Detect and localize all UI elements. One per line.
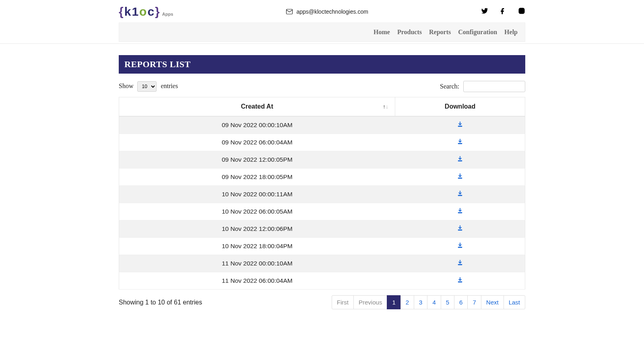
logo[interactable]: {k1oc}Apps xyxy=(119,5,173,19)
download-icon[interactable] xyxy=(457,191,463,196)
svg-rect-11 xyxy=(458,247,462,248)
svg-rect-6 xyxy=(458,160,462,162)
page-7[interactable]: 7 xyxy=(467,295,481,309)
length-control: Show 10 entries xyxy=(119,81,178,92)
svg-rect-9 xyxy=(458,212,462,214)
svg-rect-10 xyxy=(458,230,462,231)
table-row: 09 Nov 2022 12:00:05PM xyxy=(119,151,525,169)
table-row: 11 Nov 2022 06:00:04AM xyxy=(119,272,525,290)
cell-created-at: 10 Nov 2022 18:00:04PM xyxy=(119,238,395,255)
svg-rect-4 xyxy=(458,126,462,127)
svg-point-2 xyxy=(520,10,523,12)
page-first: First xyxy=(332,295,354,309)
nav-configuration[interactable]: Configuration xyxy=(458,29,497,36)
download-icon[interactable] xyxy=(457,156,463,162)
search-label: Search: xyxy=(440,83,459,90)
envelope-icon xyxy=(286,8,293,15)
page-last[interactable]: Last xyxy=(504,295,525,309)
table-row: 11 Nov 2022 00:00:10AM xyxy=(119,255,525,272)
table-row: 10 Nov 2022 00:00:11AM xyxy=(119,186,525,203)
show-prefix: Show xyxy=(119,82,133,89)
search-control: Search: xyxy=(440,81,525,92)
page-2[interactable]: 2 xyxy=(400,295,414,309)
download-icon[interactable] xyxy=(457,139,463,144)
column-download[interactable]: Download xyxy=(395,97,525,117)
page-6[interactable]: 6 xyxy=(454,295,468,309)
nav-products[interactable]: Products xyxy=(397,29,422,36)
svg-point-3 xyxy=(523,9,524,10)
svg-rect-8 xyxy=(458,195,462,196)
download-icon[interactable] xyxy=(457,277,463,283)
column-created-at[interactable]: Created At ↑↓ xyxy=(119,97,395,117)
page-next[interactable]: Next xyxy=(481,295,504,309)
table-row: 09 Nov 2022 18:00:05PM xyxy=(119,169,525,186)
table-row: 09 Nov 2022 06:00:04AM xyxy=(119,134,525,151)
cell-created-at: 11 Nov 2022 00:00:10AM xyxy=(119,255,395,272)
sort-icon: ↑↓ xyxy=(383,103,388,110)
page-3[interactable]: 3 xyxy=(414,295,427,309)
page-5[interactable]: 5 xyxy=(441,295,454,309)
download-icon[interactable] xyxy=(457,243,463,248)
show-suffix: entries xyxy=(161,82,178,89)
cell-created-at: 09 Nov 2022 06:00:04AM xyxy=(119,134,395,151)
page-title: REPORTS LIST xyxy=(119,55,525,74)
cell-created-at: 10 Nov 2022 06:00:05AM xyxy=(119,203,395,220)
logo-subtext: Apps xyxy=(162,12,173,16)
cell-created-at: 11 Nov 2022 06:00:04AM xyxy=(119,272,395,290)
pagination: FirstPrevious1234567NextLast xyxy=(332,295,525,309)
download-icon[interactable] xyxy=(457,225,463,231)
main-nav: Home Products Reports Configuration Help xyxy=(119,23,525,42)
reports-table: Created At ↑↓ Download 09 Nov 2022 00:00… xyxy=(119,97,525,290)
contact-email-text: apps@kloctechnologies.com xyxy=(296,8,368,15)
nav-reports[interactable]: Reports xyxy=(429,29,451,36)
cell-created-at: 10 Nov 2022 00:00:11AM xyxy=(119,186,395,203)
download-icon[interactable] xyxy=(457,173,463,179)
divider xyxy=(0,43,644,44)
entries-select[interactable]: 10 xyxy=(137,81,157,92)
page-1[interactable]: 1 xyxy=(387,295,400,309)
instagram-icon[interactable] xyxy=(518,7,525,16)
cell-created-at: 10 Nov 2022 12:00:06PM xyxy=(119,220,395,238)
twitter-icon[interactable] xyxy=(481,7,488,16)
table-info: Showing 1 to 10 of 61 entries xyxy=(119,299,202,306)
nav-help[interactable]: Help xyxy=(504,29,518,36)
svg-rect-0 xyxy=(287,9,293,14)
svg-rect-12 xyxy=(458,264,462,265)
nav-home[interactable]: Home xyxy=(374,29,390,36)
table-row: 10 Nov 2022 12:00:06PM xyxy=(119,220,525,238)
page-4[interactable]: 4 xyxy=(427,295,441,309)
svg-rect-7 xyxy=(458,178,462,179)
search-input[interactable] xyxy=(463,81,525,92)
table-row: 09 Nov 2022 00:00:10AM xyxy=(119,116,525,134)
svg-rect-5 xyxy=(458,143,462,144)
facebook-icon[interactable] xyxy=(500,7,507,16)
contact-email[interactable]: apps@kloctechnologies.com xyxy=(286,8,368,15)
cell-created-at: 09 Nov 2022 12:00:05PM xyxy=(119,151,395,169)
cell-created-at: 09 Nov 2022 00:00:10AM xyxy=(119,116,395,134)
download-icon[interactable] xyxy=(457,208,463,214)
svg-rect-13 xyxy=(458,282,462,283)
download-icon[interactable] xyxy=(457,260,463,265)
download-icon[interactable] xyxy=(457,121,463,127)
table-row: 10 Nov 2022 06:00:05AM xyxy=(119,203,525,220)
table-row: 10 Nov 2022 18:00:04PM xyxy=(119,238,525,255)
page-previous: Previous xyxy=(353,295,387,309)
cell-created-at: 09 Nov 2022 18:00:05PM xyxy=(119,169,395,186)
